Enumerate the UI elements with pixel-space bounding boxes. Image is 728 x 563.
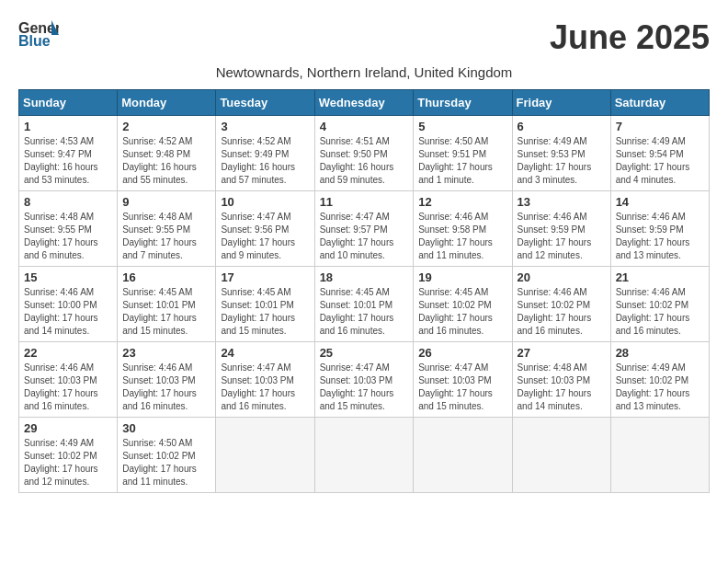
logo-icon: General Blue xyxy=(18,18,59,50)
day-number: 18 xyxy=(320,270,409,284)
day-info: Sunrise: 4:47 AMSunset: 10:03 PMDaylight… xyxy=(221,362,309,413)
calendar-cell: 8Sunrise: 4:48 AMSunset: 9:55 PMDaylight… xyxy=(19,191,118,267)
calendar-cell: 29Sunrise: 4:49 AMSunset: 10:02 PMDaylig… xyxy=(19,418,118,493)
calendar-cell: 2Sunrise: 4:52 AMSunset: 9:48 PMDaylight… xyxy=(118,116,216,191)
day-info: Sunrise: 4:50 AMSunset: 10:02 PMDaylight… xyxy=(122,437,210,488)
day-info: Sunrise: 4:45 AMSunset: 10:02 PMDaylight… xyxy=(418,286,506,338)
calendar-cell: 10Sunrise: 4:47 AMSunset: 9:56 PMDayligh… xyxy=(216,191,314,267)
calendar-cell: 27Sunrise: 4:48 AMSunset: 10:03 PMDaylig… xyxy=(512,342,610,418)
day-number: 1 xyxy=(24,120,112,133)
day-number: 5 xyxy=(418,120,506,133)
calendar-cell: 7Sunrise: 4:49 AMSunset: 9:54 PMDaylight… xyxy=(610,116,709,191)
day-number: 19 xyxy=(418,270,506,284)
calendar-cell: 4Sunrise: 4:51 AMSunset: 9:50 PMDaylight… xyxy=(314,116,414,191)
day-number: 13 xyxy=(518,195,606,209)
day-info: Sunrise: 4:47 AMSunset: 9:57 PMDaylight:… xyxy=(320,211,409,262)
day-info: Sunrise: 4:46 AMSunset: 9:59 PMDaylight:… xyxy=(616,211,704,262)
subtitle: Newtownards, Northern Ireland, United Ki… xyxy=(18,64,710,80)
day-info: Sunrise: 4:52 AMSunset: 9:48 PMDaylight:… xyxy=(122,135,210,187)
day-number: 11 xyxy=(320,195,409,209)
day-info: Sunrise: 4:45 AMSunset: 10:01 PMDaylight… xyxy=(221,286,309,338)
day-number: 12 xyxy=(418,195,506,209)
svg-text:Blue: Blue xyxy=(18,33,51,49)
calendar-cell: 18Sunrise: 4:45 AMSunset: 10:01 PMDaylig… xyxy=(314,267,414,342)
calendar-cell: 22Sunrise: 4:46 AMSunset: 10:03 PMDaylig… xyxy=(19,342,118,418)
day-number: 3 xyxy=(221,120,309,133)
calendar-cell: 9Sunrise: 4:48 AMSunset: 9:55 PMDaylight… xyxy=(118,191,216,267)
day-info: Sunrise: 4:49 AMSunset: 9:53 PMDaylight:… xyxy=(518,135,606,187)
day-number: 4 xyxy=(320,120,409,133)
calendar-week-2: 8Sunrise: 4:48 AMSunset: 9:55 PMDaylight… xyxy=(19,191,710,267)
month-title: June 2025 xyxy=(550,18,710,57)
day-info: Sunrise: 4:46 AMSunset: 10:00 PMDaylight… xyxy=(24,286,112,338)
day-info: Sunrise: 4:51 AMSunset: 9:50 PMDaylight:… xyxy=(320,135,409,187)
day-info: Sunrise: 4:47 AMSunset: 10:03 PMDaylight… xyxy=(418,362,506,413)
calendar-cell: 21Sunrise: 4:46 AMSunset: 10:02 PMDaylig… xyxy=(610,267,709,342)
day-info: Sunrise: 4:47 AMSunset: 10:03 PMDaylight… xyxy=(320,362,409,413)
calendar-cell xyxy=(216,418,314,493)
day-number: 24 xyxy=(221,346,309,360)
day-info: Sunrise: 4:45 AMSunset: 10:01 PMDaylight… xyxy=(320,286,409,338)
calendar-cell: 23Sunrise: 4:46 AMSunset: 10:03 PMDaylig… xyxy=(118,342,216,418)
day-number: 8 xyxy=(24,195,112,209)
day-info: Sunrise: 4:48 AMSunset: 10:03 PMDaylight… xyxy=(518,362,606,413)
calendar-cell: 3Sunrise: 4:52 AMSunset: 9:49 PMDaylight… xyxy=(216,116,314,191)
day-info: Sunrise: 4:50 AMSunset: 9:51 PMDaylight:… xyxy=(418,135,506,187)
day-number: 2 xyxy=(122,120,210,133)
day-number: 21 xyxy=(616,270,704,284)
day-number: 15 xyxy=(24,270,112,284)
day-number: 16 xyxy=(122,270,210,284)
day-number: 6 xyxy=(518,120,606,133)
day-number: 26 xyxy=(418,346,506,360)
calendar-cell: 28Sunrise: 4:49 AMSunset: 10:02 PMDaylig… xyxy=(610,342,709,418)
day-number: 20 xyxy=(518,270,606,284)
day-info: Sunrise: 4:46 AMSunset: 10:02 PMDaylight… xyxy=(616,286,704,338)
day-number: 23 xyxy=(122,346,210,360)
header-monday: Monday xyxy=(118,90,216,116)
day-info: Sunrise: 4:46 AMSunset: 10:02 PMDaylight… xyxy=(518,286,606,338)
calendar-cell xyxy=(512,418,610,493)
day-info: Sunrise: 4:46 AMSunset: 10:03 PMDaylight… xyxy=(24,362,112,413)
calendar-cell: 30Sunrise: 4:50 AMSunset: 10:02 PMDaylig… xyxy=(118,418,216,493)
day-info: Sunrise: 4:49 AMSunset: 10:02 PMDaylight… xyxy=(24,437,112,488)
header-saturday: Saturday xyxy=(610,90,709,116)
day-number: 22 xyxy=(24,346,112,360)
calendar-week-5: 29Sunrise: 4:49 AMSunset: 10:02 PMDaylig… xyxy=(19,418,710,493)
calendar-cell: 16Sunrise: 4:45 AMSunset: 10:01 PMDaylig… xyxy=(118,267,216,342)
header-tuesday: Tuesday xyxy=(216,90,314,116)
day-number: 25 xyxy=(320,346,409,360)
day-info: Sunrise: 4:53 AMSunset: 9:47 PMDaylight:… xyxy=(24,135,112,187)
header-friday: Friday xyxy=(512,90,610,116)
day-info: Sunrise: 4:49 AMSunset: 9:54 PMDaylight:… xyxy=(616,135,704,187)
day-number: 28 xyxy=(616,346,704,360)
calendar-week-3: 15Sunrise: 4:46 AMSunset: 10:00 PMDaylig… xyxy=(19,267,710,342)
header-sunday: Sunday xyxy=(19,90,118,116)
calendar-cell: 6Sunrise: 4:49 AMSunset: 9:53 PMDaylight… xyxy=(512,116,610,191)
day-info: Sunrise: 4:48 AMSunset: 9:55 PMDaylight:… xyxy=(122,211,210,262)
day-number: 17 xyxy=(221,270,309,284)
calendar-cell: 1Sunrise: 4:53 AMSunset: 9:47 PMDaylight… xyxy=(19,116,118,191)
calendar-cell: 5Sunrise: 4:50 AMSunset: 9:51 PMDaylight… xyxy=(414,116,512,191)
calendar-cell: 15Sunrise: 4:46 AMSunset: 10:00 PMDaylig… xyxy=(19,267,118,342)
day-info: Sunrise: 4:47 AMSunset: 9:56 PMDaylight:… xyxy=(221,211,309,262)
day-number: 14 xyxy=(616,195,704,209)
header-wednesday: Wednesday xyxy=(314,90,414,116)
calendar-header-row: SundayMondayTuesdayWednesdayThursdayFrid… xyxy=(19,90,710,116)
calendar-cell: 14Sunrise: 4:46 AMSunset: 9:59 PMDayligh… xyxy=(610,191,709,267)
calendar-cell xyxy=(314,418,414,493)
calendar-cell: 11Sunrise: 4:47 AMSunset: 9:57 PMDayligh… xyxy=(314,191,414,267)
day-info: Sunrise: 4:52 AMSunset: 9:49 PMDaylight:… xyxy=(221,135,309,187)
day-info: Sunrise: 4:46 AMSunset: 9:58 PMDaylight:… xyxy=(418,211,506,262)
day-info: Sunrise: 4:49 AMSunset: 10:02 PMDaylight… xyxy=(616,362,704,413)
calendar-week-4: 22Sunrise: 4:46 AMSunset: 10:03 PMDaylig… xyxy=(19,342,710,418)
calendar-cell: 12Sunrise: 4:46 AMSunset: 9:58 PMDayligh… xyxy=(414,191,512,267)
day-info: Sunrise: 4:46 AMSunset: 9:59 PMDaylight:… xyxy=(518,211,606,262)
calendar-cell: 24Sunrise: 4:47 AMSunset: 10:03 PMDaylig… xyxy=(216,342,314,418)
day-number: 9 xyxy=(122,195,210,209)
day-info: Sunrise: 4:45 AMSunset: 10:01 PMDaylight… xyxy=(122,286,210,338)
calendar-table: SundayMondayTuesdayWednesdayThursdayFrid… xyxy=(18,89,710,493)
calendar-cell: 26Sunrise: 4:47 AMSunset: 10:03 PMDaylig… xyxy=(414,342,512,418)
calendar-cell xyxy=(610,418,709,493)
calendar-cell: 19Sunrise: 4:45 AMSunset: 10:02 PMDaylig… xyxy=(414,267,512,342)
day-number: 30 xyxy=(122,421,210,435)
